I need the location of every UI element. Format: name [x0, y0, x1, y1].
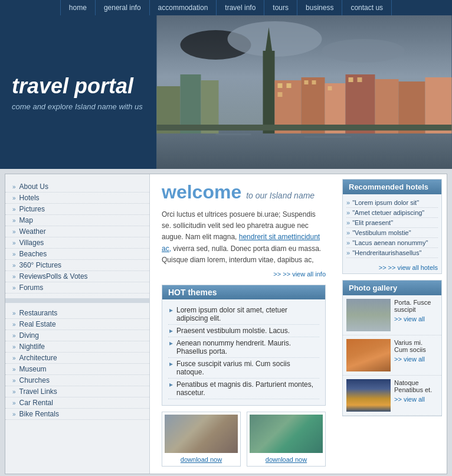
sidebar-item-Map[interactable]: »Map [5, 215, 149, 226]
sidebar-arrow: » [12, 332, 16, 339]
hero-section: travel portal come and explore Island na… [0, 15, 452, 169]
sidebar-item-Bike-Rentals[interactable]: »Bike Rentals [5, 409, 149, 420]
hot-theme-item: Penatibus et magnis dis. Parturient mont… [168, 379, 319, 399]
sidebar-arrow: » [12, 366, 16, 373]
svg-rect-27 [304, 136, 352, 138]
center-content: welcome to our Island name Orci luctus e… [155, 174, 333, 474]
view-all-hotels: >> view all hotels [343, 262, 441, 273]
view-all-info: >> view all info [162, 270, 326, 278]
welcome-title: welcome [162, 181, 241, 203]
hotel-item[interactable]: "Lacus aenean nonummy" [346, 238, 438, 248]
gallery-view-2[interactable]: view all [394, 356, 438, 363]
hot-theme-item: Praesent vestibulum molstie. Lacus. [168, 325, 319, 337]
svg-rect-22 [328, 86, 332, 90]
sidebar-arrow: » [12, 273, 16, 280]
sidebar-arrow: » [12, 195, 16, 201]
svg-rect-18 [287, 83, 291, 88]
right-sidebar: Recommended hotels "Lorem ipsum dolor si… [338, 174, 447, 474]
download-section: download now download now [162, 412, 326, 467]
download-thumb-2 [250, 415, 323, 453]
topnav-item-tours[interactable]: tours [264, 0, 297, 15]
hot-themes-box: HOT themes Lorem ipsum dolor sit amet, c… [162, 285, 326, 406]
sidebar-item-ReviewsPolls-&-Votes[interactable]: »ReviewsPolls & Votes [5, 271, 149, 282]
topnav-item-contact-us[interactable]: contact us [342, 0, 392, 15]
photo-gallery-box: Photo gallery Porta. Fusce suscipit view… [342, 280, 442, 416]
view-all-hotels-link[interactable]: >> view all hotels [379, 264, 438, 271]
hotel-list: "Lorem ipsum dolor sit""Amet ctetuer adi… [343, 194, 441, 262]
gallery-view-1[interactable]: view all [394, 315, 438, 322]
sidebar-arrow: » [12, 400, 16, 406]
sidebar-item-Nightlife[interactable]: »Nightlife [5, 341, 149, 353]
sidebar-item-Real-Estate[interactable]: »Real Estate [5, 319, 149, 330]
download-link-2[interactable]: download now [266, 456, 307, 463]
sidebar-item-Beaches[interactable]: »Beaches [5, 249, 149, 260]
svg-rect-4 [157, 128, 452, 169]
download-thumb-1 [165, 415, 238, 453]
gallery-view-3[interactable]: view all [394, 396, 438, 403]
svg-rect-21 [312, 80, 316, 84]
sidebar-item-Museum[interactable]: »Museum [5, 364, 149, 375]
sidebar-item-Hotels[interactable]: »Hotels [5, 193, 149, 204]
download-link-1[interactable]: download now [181, 456, 222, 463]
sidebar-divider [5, 298, 149, 303]
sidebar-arrow: » [12, 344, 16, 350]
topnav-item-home[interactable]: home [60, 0, 96, 15]
sidebar-item-360°-Pictures[interactable]: »360° Pictures [5, 260, 149, 271]
hot-themes-list: Lorem ipsum dolor sit amet, ctetuer adip… [168, 304, 319, 399]
welcome-text: Orci luctus et ultrices posuere bi.urae;… [162, 209, 326, 266]
sidebar-item-Architecture[interactable]: »Architecture [5, 353, 149, 364]
sidebar-item-Weather[interactable]: »Weather [5, 226, 149, 237]
sidebar-arrow: » [12, 217, 16, 224]
sidebar-item-Forums[interactable]: »Forums [5, 282, 149, 294]
sidebar-item-Villages[interactable]: »Villages [5, 237, 149, 249]
topnav-item-general-info[interactable]: general info [96, 0, 150, 15]
download-item-1: download now [162, 412, 241, 467]
hotel-item[interactable]: "Elit praesent" [346, 218, 438, 228]
svg-rect-8 [263, 51, 275, 133]
sidebar-item-Churches[interactable]: »Churches [5, 375, 149, 386]
gallery-item-1: Porta. Fusce suscipit view all [343, 295, 441, 335]
gallery-text-2: Varius mi. Cum sociis view all [394, 339, 438, 363]
photo-gallery-title: Photo gallery [343, 281, 441, 295]
sidebar-arrow: » [12, 310, 16, 317]
svg-rect-20 [304, 80, 309, 84]
sidebar-item-Travel-Links[interactable]: »Travel Links [5, 386, 149, 397]
top-navigation: homegeneral infoaccommodationtravel info… [0, 0, 452, 15]
view-all-info-link[interactable]: >> view all info [273, 270, 326, 278]
hotel-item[interactable]: "Amet ctetuer adipiscing" [346, 208, 438, 218]
gallery-text-3: Natoque Penatibus et. view all [394, 379, 438, 403]
hotel-item[interactable]: "Hendreritaurishasellus" [346, 248, 438, 258]
sidebar-item-About-Us[interactable]: »About Us [5, 181, 149, 193]
hero-image [156, 15, 452, 169]
topnav-item-business[interactable]: business [297, 0, 342, 15]
sidebar-arrow: » [12, 229, 16, 235]
svg-rect-25 [157, 125, 452, 131]
sidebar-arrow: » [12, 321, 16, 328]
hotel-item[interactable]: "Vestibulum molstie" [346, 228, 438, 238]
hero-left: travel portal come and explore Island na… [0, 15, 156, 169]
sidebar-item-Restaurants[interactable]: »Restaurants [5, 308, 149, 319]
gallery-item-2: Varius mi. Cum sociis view all [343, 335, 441, 376]
welcome-header: welcome to our Island name [162, 181, 326, 203]
download-item-2: download now [247, 412, 326, 467]
hot-themes-title: HOT themes [162, 285, 325, 299]
main-wrapper: »About Us»Hotels»Pictures»Map»Weather»Vi… [0, 169, 452, 476]
svg-rect-26 [216, 133, 251, 135]
sidebar-section-1: »About Us»Hotels»Pictures»Map»Weather»Vi… [5, 179, 149, 296]
sidebar-arrow: » [12, 355, 16, 361]
topnav-item-accommodation[interactable]: accommodation [150, 0, 217, 15]
sidebar-arrow: » [12, 262, 16, 269]
sidebar-item-Car-Rental[interactable]: »Car Rental [5, 397, 149, 409]
sidebar-item-Diving[interactable]: »Diving [5, 330, 149, 341]
gallery-item-3: Natoque Penatibus et. view all [343, 376, 441, 416]
svg-rect-23 [349, 77, 353, 82]
sidebar-arrow: » [12, 251, 16, 257]
svg-rect-17 [278, 83, 283, 88]
sidebar-item-Pictures[interactable]: »Pictures [5, 204, 149, 215]
hotel-item[interactable]: "Lorem ipsum dolor sit" [346, 198, 438, 208]
sidebar-arrow: » [12, 285, 16, 291]
gallery-thumb-3 [346, 379, 391, 412]
topnav-item-travel-info[interactable]: travel info [217, 0, 264, 15]
hot-theme-item: Fusce suscipit varius mi. Cum sociis nat… [168, 358, 319, 379]
recommended-hotels-box: Recommended hotels "Lorem ipsum dolor si… [342, 179, 442, 274]
